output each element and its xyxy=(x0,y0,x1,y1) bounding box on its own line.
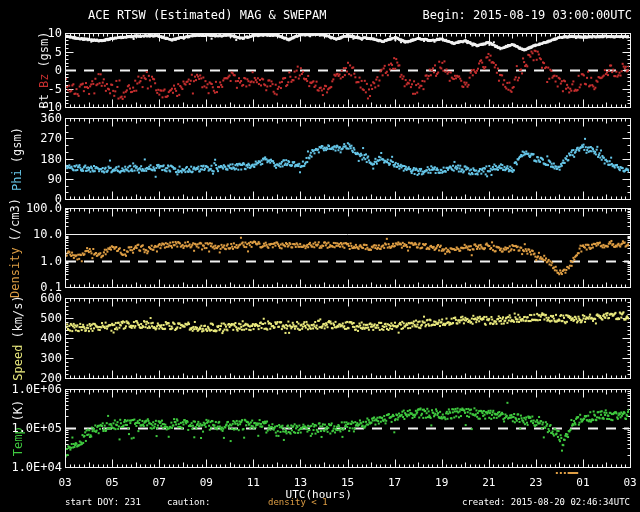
ace-rtsw-plot: ACE RTSW (Estimated) MAG & SWEPAM Begin:… xyxy=(0,0,640,512)
y-tick-label: 1.0E+06 xyxy=(0,383,62,396)
x-tick-label: 05 xyxy=(99,476,125,489)
y-axis-label-part: (K) xyxy=(11,400,25,422)
x-tick-label: 17 xyxy=(382,476,408,489)
y-tick-label: 10 xyxy=(0,27,62,40)
created-timestamp: created: 2015-08-20 02:46:34UTC xyxy=(462,497,630,507)
caution-value: density < 1 xyxy=(268,497,328,507)
caution-label: caution: xyxy=(167,497,210,507)
y-tick-label: 1.0 xyxy=(0,255,62,268)
y-tick-label: 0 xyxy=(0,64,62,77)
y-tick-label: 180 xyxy=(0,153,62,166)
panel-speed xyxy=(65,298,630,378)
panel-bt-bz xyxy=(65,33,630,107)
y-tick-label: 90 xyxy=(0,173,62,186)
y-tick-label: -5 xyxy=(0,83,62,96)
y-tick-label: 500 xyxy=(0,312,62,325)
panel-temp xyxy=(65,389,630,467)
y-tick-label: 400 xyxy=(0,332,62,345)
panel-phi xyxy=(65,118,630,199)
y-tick-label: 270 xyxy=(0,132,62,145)
x-tick-label: 21 xyxy=(476,476,502,489)
y-tick-label: 1.0E+04 xyxy=(0,461,62,474)
x-tick-label: 03 xyxy=(52,476,78,489)
x-tick-label: 07 xyxy=(146,476,172,489)
panel-density xyxy=(65,208,630,287)
begin-timestamp: Begin: 2015-08-19 03:00:00UTC xyxy=(422,8,632,22)
x-tick-label: 01 xyxy=(570,476,596,489)
y-tick-label: 360 xyxy=(0,112,62,125)
y-tick-label: 300 xyxy=(0,352,62,365)
x-tick-label: 23 xyxy=(523,476,549,489)
y-tick-label: 600 xyxy=(0,292,62,305)
x-tick-label: 19 xyxy=(429,476,455,489)
y-tick-label: 100.0 xyxy=(0,202,62,215)
x-tick-label: 11 xyxy=(240,476,266,489)
x-tick-label: 03 xyxy=(617,476,640,489)
y-tick-label: 10.0 xyxy=(0,228,62,241)
page-title: ACE RTSW (Estimated) MAG & SWEPAM xyxy=(88,8,326,22)
start-doy-label: start DOY: 231 xyxy=(65,497,141,507)
y-tick-label: 5 xyxy=(0,46,62,59)
y-tick-label: 1.0E+05 xyxy=(0,422,62,435)
x-tick-label: 09 xyxy=(193,476,219,489)
